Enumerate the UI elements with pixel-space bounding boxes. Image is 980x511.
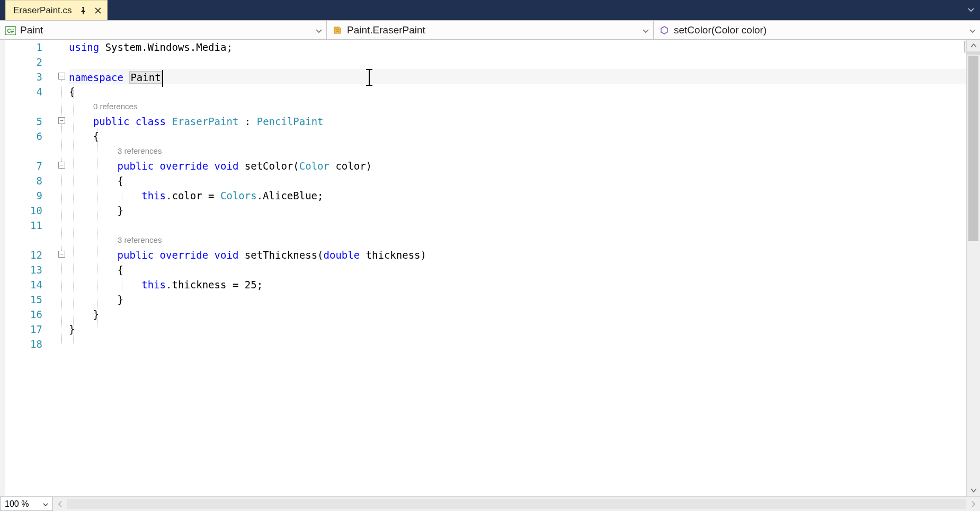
code-line: } <box>69 292 966 307</box>
line-number: 6 <box>5 129 58 144</box>
member-name: setColor(Color color) <box>674 24 767 36</box>
scroll-up-icon[interactable] <box>967 40 980 51</box>
line-number: 10 <box>5 203 58 218</box>
svg-text:C#: C# <box>7 28 14 34</box>
indent-guide <box>73 84 74 344</box>
line-number: 12 <box>5 248 58 262</box>
line-number: 14 <box>5 277 58 292</box>
scroll-down-icon[interactable] <box>967 484 980 496</box>
class-icon <box>332 25 343 36</box>
project-name: Paint <box>20 24 43 36</box>
codelens-indicator[interactable]: 0 references <box>69 99 966 114</box>
type-name: Paint.EraserPaint <box>347 24 425 36</box>
member-dropdown[interactable]: setColor(Color color) <box>654 21 980 39</box>
scrollbar-thumb[interactable] <box>968 56 978 241</box>
mouse-cursor-icon <box>369 70 370 85</box>
code-line <box>69 337 966 351</box>
zoom-dropdown[interactable]: 100 % <box>0 497 53 511</box>
method-icon <box>659 25 670 36</box>
tab-title: EraserPaint.cs <box>13 5 72 16</box>
file-tab[interactable]: EraserPaint.cs <box>5 0 108 20</box>
line-number: 11 <box>5 218 58 233</box>
line-number: 1 <box>5 40 58 55</box>
code-line: { <box>69 173 966 188</box>
code-line: public class EraserPaint : PencilPaint <box>69 114 966 129</box>
line-number: 7 <box>5 158 58 173</box>
outlining-margin[interactable]: − − − − <box>58 40 69 496</box>
codelens-indicator[interactable]: 3 references <box>69 233 966 248</box>
line-number: 13 <box>5 262 58 277</box>
chevron-down-icon <box>316 24 322 36</box>
code-line <box>69 55 966 69</box>
fold-toggle-icon[interactable]: − <box>58 162 65 169</box>
code-line: using System.Windows.Media; <box>69 40 966 55</box>
line-number-gutter: 1 2 3 4 5 6 7 8 9 10 11 12 13 14 15 16 1… <box>5 40 58 496</box>
tab-strip: EraserPaint.cs <box>0 0 980 20</box>
editor-footer: 100 % <box>0 496 980 511</box>
code-line: { <box>69 262 966 277</box>
type-dropdown[interactable]: Paint.EraserPaint <box>327 21 654 39</box>
indicator-margin <box>0 40 5 496</box>
tab-overflow-icon[interactable] <box>965 0 977 20</box>
scroll-left-icon[interactable] <box>54 499 66 509</box>
code-editor[interactable]: 1 2 3 4 5 6 7 8 9 10 11 12 13 14 15 16 1… <box>0 40 980 496</box>
chevron-down-icon <box>969 24 976 36</box>
line-number: 16 <box>5 307 58 322</box>
text-cursor <box>162 70 163 87</box>
code-area[interactable]: using System.Windows.Media; namespace Pa… <box>69 40 966 496</box>
zoom-value: 100 % <box>5 499 29 509</box>
line-number: 9 <box>5 188 58 203</box>
horizontal-scrollbar[interactable] <box>53 499 980 509</box>
code-line: } <box>69 322 966 337</box>
indent-guide <box>122 262 122 299</box>
line-number <box>5 99 58 114</box>
fold-toggle-icon[interactable]: − <box>58 117 65 124</box>
indent-guide <box>97 129 98 329</box>
fold-toggle-icon[interactable]: − <box>58 73 65 80</box>
codelens-indicator[interactable]: 3 references <box>69 144 966 158</box>
code-line: } <box>69 307 966 322</box>
code-line: public override void setThickness(double… <box>69 248 966 262</box>
line-number: 2 <box>5 55 58 69</box>
project-dropdown[interactable]: C# Paint <box>0 21 327 39</box>
close-icon[interactable] <box>94 7 102 14</box>
line-number: 3 <box>5 69 58 84</box>
scroll-right-icon[interactable] <box>967 499 979 509</box>
code-line: this.color = Colors.AliceBlue; <box>69 188 966 203</box>
code-line: this.thickness = 25; <box>69 277 966 292</box>
pin-icon[interactable] <box>79 7 87 14</box>
scrollbar-track <box>967 51 980 55</box>
indent-guide <box>122 173 122 210</box>
line-number: 8 <box>5 173 58 188</box>
csharp-project-icon: C# <box>5 25 16 36</box>
line-number <box>5 144 58 158</box>
line-number: 18 <box>5 337 58 351</box>
code-line: { <box>69 129 966 144</box>
line-number: 4 <box>5 84 58 99</box>
code-line: namespace Paint <box>69 69 966 84</box>
chevron-down-icon <box>43 499 48 509</box>
fold-toggle-icon[interactable]: − <box>58 251 65 258</box>
navigation-bar: C# Paint Paint.EraserPaint setColor(Colo… <box>0 20 980 40</box>
code-line: { <box>69 84 966 99</box>
code-line <box>69 218 966 233</box>
scrollbar-track[interactable] <box>67 499 966 509</box>
line-number: 17 <box>5 322 58 337</box>
line-number: 5 <box>5 114 58 129</box>
line-number <box>5 233 58 248</box>
code-line: public override void setColor(Color colo… <box>69 158 966 173</box>
code-line: } <box>69 203 966 218</box>
vertical-scrollbar[interactable] <box>966 40 980 496</box>
line-number: 15 <box>5 292 58 307</box>
chevron-down-icon <box>643 24 649 36</box>
